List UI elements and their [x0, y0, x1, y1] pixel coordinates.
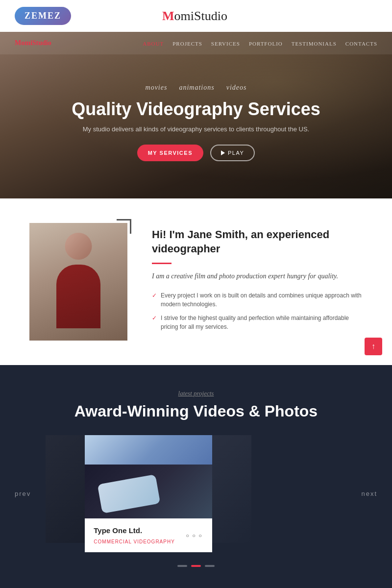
play-icon: [221, 150, 225, 155]
carousel-side-left: [46, 435, 85, 543]
project-type: COMMERCIAL VIDEOGRAPHY: [94, 539, 175, 544]
brand-title-m: M: [162, 9, 174, 23]
nav-link-about[interactable]: ABOUT: [143, 41, 164, 47]
top-bar: ZEMEZ MomiStudio: [0, 0, 392, 32]
about-list: Every project I work on is built on deta…: [152, 291, 363, 331]
carousel-track: Type One Ltd. COMMERCIAL VIDEOGRAPHY ⚬⚬⚬: [46, 435, 346, 552]
nav-item-about[interactable]: ABOUT: [143, 39, 164, 48]
hero-title: Quality Videography Services: [72, 98, 320, 120]
carousel-dot-2[interactable]: [191, 565, 201, 567]
hero-subtitle: My studio delivers all kinds of videogra…: [72, 125, 320, 133]
about-list-item-1: Every project I work on is built on deta…: [152, 291, 363, 309]
hero-nav-logo-m: M: [15, 39, 21, 47]
projects-section: latest projects Award-Winning Videos & P…: [0, 365, 392, 588]
nav-link-testimonials[interactable]: TESTIMONIALS: [292, 41, 337, 47]
about-text: Hi! I'm Jane Smith, an experienced video…: [152, 223, 363, 336]
nav-item-portfolio[interactable]: PORTFOLIO: [249, 39, 283, 48]
nav-item-projects[interactable]: PROJECTS: [172, 39, 202, 48]
project-card-info: Type One Ltd. COMMERCIAL VIDEOGRAPHY ⚬⚬⚬: [85, 518, 212, 552]
carousel-prev[interactable]: prev: [0, 490, 46, 497]
hero-nav: MomiStudio ABOUT PROJECTS SERVICES PORTF…: [0, 32, 392, 54]
hero-nav-links: ABOUT PROJECTS SERVICES PORTFOLIO TESTIM…: [143, 39, 377, 48]
nav-link-portfolio[interactable]: PORTFOLIO: [249, 41, 283, 47]
zemez-logo[interactable]: ZEMEZ: [15, 7, 71, 25]
hero-buttons: MY SERVICES PLAY: [72, 145, 320, 161]
nav-link-projects[interactable]: PROJECTS: [172, 41, 202, 47]
nav-item-services[interactable]: SERVICES: [211, 39, 240, 48]
hero-tag-videos: videos: [226, 84, 247, 92]
hero-play-button[interactable]: PLAY: [210, 145, 255, 161]
share-icon[interactable]: ⚬⚬⚬: [184, 531, 203, 540]
about-image-wrap: [29, 223, 127, 341]
nav-link-services[interactable]: SERVICES: [211, 41, 240, 47]
play-label: PLAY: [228, 150, 244, 156]
projects-header: latest projects Award-Winning Videos & P…: [0, 390, 392, 420]
about-list-item-2: I strive for the highest quality and per…: [152, 314, 363, 331]
hero-nav-logo-rest: omiStudio: [21, 39, 51, 47]
carousel-dot-3[interactable]: [205, 565, 215, 567]
carousel-inner: Type One Ltd. COMMERCIAL VIDEOGRAPHY ⚬⚬⚬: [46, 435, 346, 552]
about-photo: [29, 223, 127, 341]
about-title: Hi! I'm Jane Smith, an experienced video…: [152, 228, 363, 256]
carousel-dots: [0, 565, 392, 567]
project-card-text: Type One Ltd. COMMERCIAL VIDEOGRAPHY: [94, 526, 175, 545]
project-card-main: Type One Ltd. COMMERCIAL VIDEOGRAPHY ⚬⚬⚬: [85, 435, 212, 552]
project-name: Type One Ltd.: [94, 526, 175, 535]
hero-section: MomiStudio ABOUT PROJECTS SERVICES PORTF…: [0, 32, 392, 198]
hero-nav-logo: MomiStudio: [15, 39, 51, 47]
corner-decoration: [117, 219, 131, 234]
carousel-side-right: [212, 435, 251, 543]
hero-tag-movies: movies: [146, 84, 168, 92]
nav-link-contacts[interactable]: CONTACTS: [345, 41, 377, 47]
scroll-up-button[interactable]: ↑: [365, 338, 382, 355]
hero-content: movies animations videos Quality Videogr…: [52, 84, 340, 161]
nav-item-contacts[interactable]: CONTACTS: [345, 39, 377, 48]
projects-tag: latest projects: [20, 390, 372, 397]
about-section: Hi! I'm Jane Smith, an experienced video…: [0, 198, 392, 365]
carousel-area: prev Type One Ltd. COMMERCIAL VIDEOGRAPH…: [0, 435, 392, 552]
nav-item-testimonials[interactable]: TESTIMONIALS: [292, 39, 337, 48]
about-divider: [152, 263, 172, 264]
site-brand-title: MomiStudio: [162, 9, 227, 24]
brand-title-rest: omiStudio: [174, 9, 227, 23]
hero-tag-animations: animations: [179, 84, 214, 92]
project-card-image: [85, 435, 212, 518]
hero-services-button[interactable]: MY SERVICES: [137, 145, 203, 161]
about-description: I am a creative film and photo productio…: [152, 271, 363, 282]
hero-tags: movies animations videos: [72, 84, 320, 92]
carousel-next[interactable]: next: [346, 490, 392, 497]
projects-title: Award-Winning Videos & Photos: [20, 402, 372, 420]
carousel-dot-1[interactable]: [177, 565, 187, 567]
